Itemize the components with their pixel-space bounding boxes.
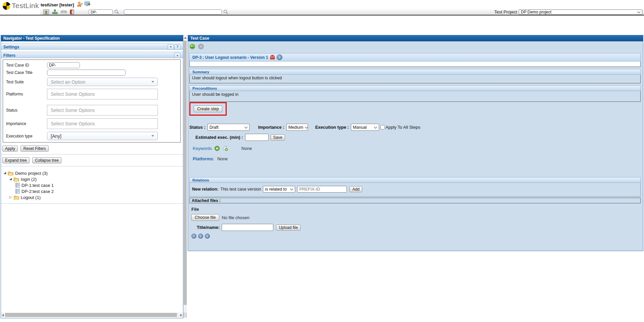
status-select[interactable]: Draft <box>208 124 249 131</box>
collapsed-arrow-icon[interactable]: ▷ <box>9 196 12 199</box>
save-button[interactable]: Save <box>271 134 285 140</box>
expanded-arrow-icon[interactable] <box>9 178 12 180</box>
execution-type-selected-value: Manual <box>353 125 367 130</box>
triangle-down-icon <box>151 135 154 137</box>
platforms-row: Platforms: None <box>193 156 641 161</box>
tree-node-dp1[interactable]: DP-1:test case 1 <box>15 183 183 188</box>
test-suite-placeholder: Select an Option <box>51 79 86 85</box>
relation-type-select[interactable]: is related to <box>263 186 295 193</box>
test-case-panel: Test Case DP-3 : User Logout scenario - … <box>188 35 643 251</box>
choose-file-button[interactable]: Choose file <box>191 214 219 221</box>
test-spec-tree-icon[interactable] <box>52 9 58 14</box>
reset-filters-button[interactable]: Reset Filters <box>20 146 48 152</box>
upload-file-button[interactable]: Upload file <box>276 225 301 231</box>
filters-section-bar[interactable]: Filters ▲ <box>1 52 183 58</box>
filter-platforms-multiselect[interactable]: Select Some Options <box>47 89 158 99</box>
expand-tree-button[interactable]: Expand tree <box>2 157 30 163</box>
filter-label-test-case-title: Test Case Title <box>6 70 47 75</box>
collapse-tree-button[interactable]: Collapse tree <box>32 157 61 163</box>
test-case-heading: DP-3 : User Logout scenario - Version 1 <box>192 55 268 60</box>
testlink-logo-text: TestLink <box>12 2 39 10</box>
relation-target-input[interactable] <box>297 186 347 193</box>
tree-node-login[interactable]: login (2) <box>9 176 183 182</box>
info-icon[interactable]: i <box>191 234 196 239</box>
attachment-title-input[interactable] <box>222 224 273 231</box>
scroll-right-arrow[interactable] <box>180 314 182 317</box>
navigator-title: Navigator - Test Specification <box>1 35 183 41</box>
filter-importance-multiselect[interactable]: Select Some Options <box>47 118 158 129</box>
search-id-icon[interactable] <box>114 9 119 14</box>
expanded-arrow-icon[interactable] <box>4 172 6 174</box>
filter-test-suite-select[interactable]: Select an Option <box>47 78 158 86</box>
home-icon[interactable] <box>43 9 49 14</box>
my-account-icon[interactable] <box>77 1 83 8</box>
keywords-label[interactable]: Keywords <box>193 146 212 151</box>
relations-box: New relation: This test case version is … <box>189 183 641 197</box>
create-step-button[interactable]: Create step <box>194 106 222 112</box>
chevron-down-icon <box>244 125 247 128</box>
filter-test-case-id-input[interactable] <box>47 62 80 68</box>
platforms-label: Platforms <box>193 156 213 161</box>
vertical-scroll-thumb[interactable] <box>184 41 187 305</box>
apply-to-all-steps-label: Apply To All Steps <box>385 125 420 130</box>
logout-icon[interactable] <box>84 1 91 8</box>
horizontal-scroll-thumb[interactable] <box>5 313 177 317</box>
chevron-down-icon <box>374 125 377 128</box>
horizontal-scrollbar[interactable] <box>1 313 183 317</box>
scroll-left-arrow[interactable] <box>2 314 4 317</box>
add-relation-button[interactable]: Add <box>350 186 362 192</box>
gear-icon[interactable] <box>198 44 204 51</box>
info-icon[interactable]: i <box>198 234 203 239</box>
filter-execution-type-select[interactable]: [Any] <box>47 132 158 140</box>
no-file-chosen-label: No file chosen <box>222 215 249 220</box>
tree-node-dp2[interactable]: DP-2:test case 2 <box>15 189 183 194</box>
testlink-logo-icon <box>3 2 10 10</box>
filters-collapse-button[interactable]: ▲ <box>174 53 181 58</box>
test-case-icon <box>15 189 20 194</box>
closed-folder-icon <box>14 195 19 200</box>
importance-ghost-icon <box>270 55 275 60</box>
top-header: TestLink testUser [tester] Test Project <box>0 0 644 15</box>
filter-status-multiselect[interactable]: Select Some Options <box>47 105 158 116</box>
settings-section-bar[interactable]: Settings ▼ ? <box>1 43 183 50</box>
edit-keywords-icon[interactable] <box>222 146 228 151</box>
execution-type-select[interactable]: Manual <box>351 124 379 131</box>
divider <box>1 166 183 166</box>
test-project-select[interactable]: DP:Demo project <box>519 9 642 15</box>
help-button[interactable]: ? <box>174 44 181 50</box>
filter-test-case-title-input[interactable] <box>47 70 126 76</box>
settings-menu-button[interactable]: ▼ <box>168 44 174 50</box>
status-selected-value: Draft <box>210 125 219 130</box>
info-icon[interactable]: i <box>205 234 210 239</box>
importance-select[interactable]: Medium <box>286 124 308 131</box>
preconditions-section-bar: Preconditions <box>189 85 641 91</box>
filter-label-status: Status <box>6 108 47 113</box>
test-project-selected-value: DP:Demo project <box>521 10 551 14</box>
chevron-down-icon <box>305 125 308 128</box>
tree-node-demo-project[interactable]: Demo project (3) <box>4 170 183 176</box>
quick-testcase-id-input[interactable] <box>89 9 113 14</box>
vertical-scrollbar[interactable] <box>183 35 187 318</box>
importance-label: Importance : <box>258 125 284 130</box>
relations-section-bar: Relations <box>189 177 641 183</box>
scroll-up-arrow[interactable] <box>184 37 187 39</box>
info-icon[interactable]: i <box>277 54 282 60</box>
logged-user-label: testUser [tester] <box>41 2 74 7</box>
test-project-label: Test Project <box>494 9 517 14</box>
keywords-value: None <box>241 146 252 151</box>
reports-icon[interactable] <box>70 9 75 14</box>
execution-icon[interactable] <box>61 10 67 14</box>
apply-button[interactable]: Apply <box>2 146 18 152</box>
export-icon[interactable] <box>189 44 196 51</box>
estimated-exec-input[interactable] <box>245 134 269 141</box>
test-spec-tree: Demo project (3) login (2) DP-1:test cas… <box>1 168 183 204</box>
search-text-icon[interactable] <box>223 9 228 14</box>
attachment-info-icons: i i i <box>191 234 641 239</box>
estimated-exec-row: Estimated exec. (min) : Save <box>195 134 641 141</box>
add-keyword-icon[interactable] <box>215 146 220 151</box>
summary-section-bar: Summary <box>189 69 641 75</box>
apply-to-all-steps-checkbox[interactable] <box>380 125 385 129</box>
estimated-exec-label: Estimated exec. (min) : <box>195 135 243 140</box>
quick-search-input[interactable] <box>124 9 222 14</box>
tree-node-logout[interactable]: ▷ Logout (1) <box>9 195 183 200</box>
